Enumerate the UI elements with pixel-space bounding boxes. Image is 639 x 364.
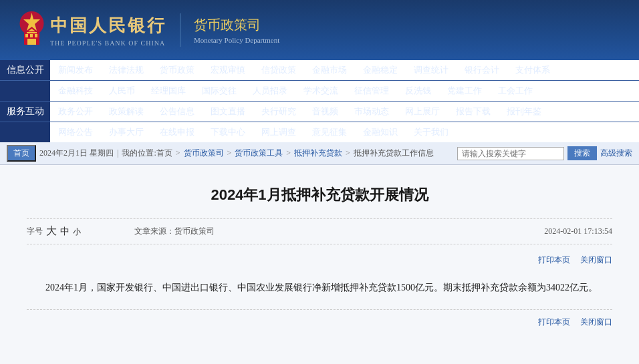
search-area: 搜索 高级搜索 [457,146,632,160]
close-bottom-link[interactable]: 关闭窗口 [580,317,612,328]
nav-item-xinwen[interactable]: 新闻发布 [50,60,101,80]
nav-item-zaixian-shenbao[interactable]: 在线申报 [152,122,203,142]
divider [180,13,180,47]
nav-item-zhengwu[interactable]: 政务公开 [50,102,101,122]
nav-group-3: 服务互动 政务公开 政策解读 公告信息 图文直播 央行研究 音视频 市场动态 网… [0,102,639,122]
svg-rect-6 [27,39,36,45]
nav-item-hongguan[interactable]: 宏观审慎 [203,60,253,80]
article-actions-bottom: 打印本页 关闭窗口 [27,309,612,335]
nav-item-xindai[interactable]: 信贷政策 [253,60,304,80]
font-medium-btn[interactable]: 中 [60,226,70,238]
nav-label-info: 信息公开 [0,60,50,80]
breadcrumb-arrow-2: > [227,148,232,158]
breadcrumb-current: 抵押补充贷款工作信息 [354,148,434,159]
nav-item-zhengxin[interactable]: 征信管理 [346,81,397,101]
nav-group-4: 网络公告 办事大厅 在线申报 下载中心 网上调查 意见征集 金融知识 关于我们 [0,122,639,142]
nav-item-jinrong-wending[interactable]: 金融稳定 [355,60,406,80]
nav-item-baokannian[interactable]: 报刊年鉴 [499,102,549,122]
print-top-link[interactable]: 打印本页 [538,254,570,266]
nav-item-jinrong-zhishi[interactable]: 金融知识 [355,122,406,142]
article-body: 2024年1月，国家开发银行、中国进出口银行、中国农业发展银行净新增抵押补充贷款… [27,272,612,303]
logo-area: 中国人民银行 THE PEOPLE'S BANK OF CHINA 货币政策司 … [13,7,279,53]
nav-item-shichang-dongtai[interactable]: 市场动态 [346,102,397,122]
logo-cn: 中国人民银行 [50,14,166,37]
logo-text-block: 中国人民银行 THE PEOPLE'S BANK OF CHINA [50,14,166,47]
breadcrumb-date: 2024年2月1日 星期四 [39,148,114,159]
nav-item-gonggao[interactable]: 公告信息 [152,102,203,122]
navigation: 信息公开 新闻发布 法律法规 货币政策 宏观审慎 信贷政策 金融市场 金融稳定 … [0,60,639,142]
main-content: 2024年1月抵押补充贷款开展情况 字号 大 中 小 文章来源：货币政策司 20… [0,165,639,364]
nav-label-empty1 [0,81,50,101]
nav-item-diaocha[interactable]: 调查统计 [406,60,457,80]
nav-item-renyuan[interactable]: 人员招录 [245,81,295,101]
close-top-link[interactable]: 关闭窗口 [580,254,612,266]
nav-item-zhifu[interactable]: 支付体系 [507,60,558,80]
nav-item-jinrong-shichang[interactable]: 金融市场 [304,60,355,80]
article-source: 文章来源：货币政策司 [134,226,215,237]
print-bottom-link[interactable]: 打印本页 [538,317,570,328]
search-button[interactable]: 搜索 [567,146,597,160]
font-large-btn[interactable]: 大 [46,224,57,238]
svg-rect-4 [30,34,33,37]
nav-label-empty2 [0,122,50,142]
nav-item-banshi[interactable]: 办事大厅 [101,122,152,142]
nav-item-xueshu[interactable]: 学术交流 [295,81,346,101]
nav-item-guanyu[interactable]: 关于我们 [406,122,457,142]
dept-en: Monetary Policy Department [194,36,279,44]
breadcrumb-bar: 首页 2024年2月1日 星期四 | 我的位置:首页 > 货币政策司 > 货币政… [0,142,639,165]
article-meta: 字号 大 中 小 文章来源：货币政策司 2024-02-01 17:13:54 [27,218,612,244]
dept-block: 货币政策司 Monetary Policy Department [194,16,279,44]
nav-group-2: 金融科技 人民币 经理国库 国际交往 人员招录 学术交流 征信管理 反洗钱 党建… [0,81,639,102]
nav-item-zhengce-jiedu[interactable]: 政策解读 [101,102,152,122]
breadcrumb-link-1[interactable]: 货币政策司 [184,148,224,159]
home-button[interactable]: 首页 [7,145,36,162]
font-size-label: 字号 [27,226,43,237]
nav-row-4-items: 网络公告 办事大厅 在线申报 下载中心 网上调查 意见征集 金融知识 关于我们 [50,122,639,142]
svg-rect-7 [27,32,37,33]
font-size-controls: 大 中 小 [46,224,81,238]
nav-item-yinhang-kuaiji[interactable]: 银行会计 [457,60,507,80]
nav-item-huobi[interactable]: 货币政策 [152,60,203,80]
nav-item-wangshang-zhanting[interactable]: 网上展厅 [397,102,448,122]
nav-item-wangluo[interactable]: 网络公告 [50,122,101,142]
breadcrumb-arrow-1: > [176,148,180,158]
breadcrumb-position: 我的位置:首页 [122,148,172,159]
nav-group-1: 信息公开 新闻发布 法律法规 货币政策 宏观审慎 信贷政策 金融市场 金融稳定 … [0,60,639,81]
article-actions-top: 打印本页 关闭窗口 [27,251,612,269]
nav-item-baogao[interactable]: 报告下载 [448,102,499,122]
font-small-btn[interactable]: 小 [73,226,81,238]
breadcrumb-sep-1: | [117,148,118,158]
nav-label-service: 服务互动 [0,102,50,122]
article-date: 2024-02-01 17:13:54 [544,226,612,236]
nav-row-1-items: 新闻发布 法律法规 货币政策 宏观审慎 信贷政策 金融市场 金融稳定 调查统计 … [50,60,639,80]
nav-item-tuwen[interactable]: 图文直播 [203,102,253,122]
breadcrumb-arrow-3: > [286,148,291,158]
breadcrumb-link-2[interactable]: 货币政策工具 [235,148,283,159]
pboc-emblem [13,10,50,50]
dept-cn: 货币政策司 [194,16,279,34]
nav-row-2-items: 金融科技 人民币 经理国库 国际交往 人员招录 学术交流 征信管理 反洗钱 党建… [50,81,639,101]
nav-item-yanjiu[interactable]: 央行研究 [253,102,304,122]
nav-item-dangjian[interactable]: 党建工作 [439,81,490,101]
nav-item-xiazai[interactable]: 下载中心 [203,122,253,142]
logo-en: THE PEOPLE'S BANK OF CHINA [50,39,166,47]
nav-item-falv[interactable]: 法律法规 [101,60,152,80]
search-input[interactable] [457,147,564,160]
nav-item-guoji[interactable]: 国际交往 [194,81,245,101]
header: 中国人民银行 THE PEOPLE'S BANK OF CHINA 货币政策司 … [0,0,639,60]
nav-item-jinrong-keji[interactable]: 金融科技 [50,81,101,101]
breadcrumb-link-3[interactable]: 抵押补充贷款 [294,148,342,159]
svg-rect-3 [25,34,28,37]
nav-item-wangshang-diaocha[interactable]: 网上调查 [253,122,304,142]
nav-row-3-items: 政务公开 政策解读 公告信息 图文直播 央行研究 音视频 市场动态 网上展厅 报… [50,102,639,122]
breadcrumb-arrow-4: > [346,148,350,158]
advanced-search-link[interactable]: 高级搜索 [600,148,632,159]
nav-item-guoku[interactable]: 经理国库 [143,81,194,101]
article-title: 2024年1月抵押补充贷款开展情况 [27,185,612,205]
nav-item-gonghui[interactable]: 工会工作 [490,81,541,101]
nav-item-renminbi[interactable]: 人民币 [101,81,143,101]
nav-item-faxiqian[interactable]: 反洗钱 [397,81,439,101]
nav-item-yijian[interactable]: 意见征集 [304,122,355,142]
nav-item-shipin[interactable]: 音视频 [304,102,346,122]
svg-rect-5 [35,34,37,37]
